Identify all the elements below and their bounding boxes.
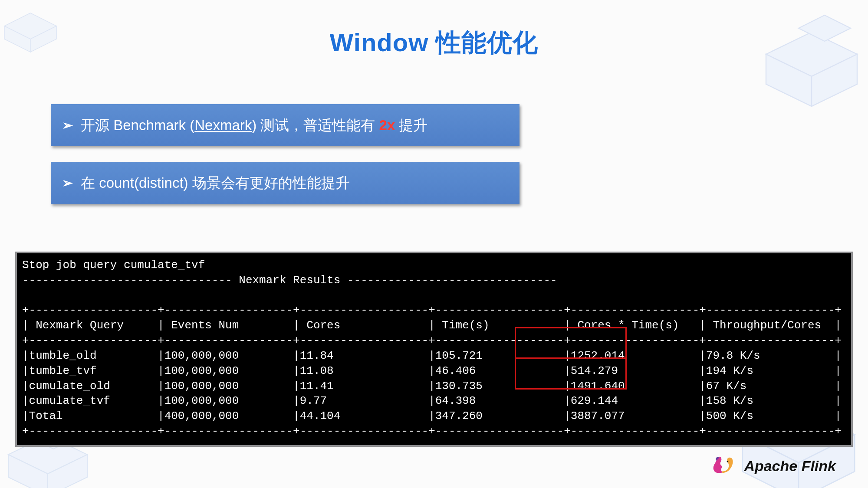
- terminal-line: +-------------------+-------------------…: [22, 334, 842, 347]
- bullet-arrow-icon: ➢: [62, 175, 73, 191]
- bullet-list: ➢ 开源 Benchmark (Nexmark) 测试，普适性能有 2x 提升 …: [51, 104, 519, 220]
- svg-marker-5: [48, 455, 87, 488]
- brand-label: Apache Flink: [744, 458, 836, 475]
- terminal-data-row: |cumulate_tvf |100,000,000 |9.77 |64.398…: [22, 394, 842, 407]
- terminal-line: ------------------------------- Nexmark …: [22, 274, 557, 287]
- bullet-1-highlight-2x: 2x: [379, 117, 395, 133]
- svg-point-15: [727, 461, 729, 462]
- bullet-2: ➢ 在 count(distinct) 场景会有更好的性能提升: [51, 162, 519, 204]
- terminal-header-row: | Nexmark Query | Events Num | Cores | T…: [22, 319, 842, 332]
- slide-title: Window 性能优化: [0, 26, 868, 60]
- bullet-arrow-icon: ➢: [62, 117, 73, 134]
- brand-footer: Apache Flink: [711, 455, 836, 477]
- bullet-1-text-post: 提升: [395, 117, 427, 133]
- terminal-data-row: |tumble_old |100,000,000 |11.84 |105.721…: [22, 349, 842, 362]
- svg-marker-9: [812, 54, 857, 106]
- bullet-2-text: 在 count(distinct) 场景会有更好的性能提升: [81, 174, 350, 192]
- bullet-1-text-pre: 开源 Benchmark (: [81, 117, 194, 133]
- terminal-line: +-------------------+-------------------…: [22, 425, 842, 438]
- terminal-data-row: |Total |400,000,000 |44.104 |347.260 |38…: [22, 409, 842, 422]
- flink-squirrel-icon: [711, 455, 737, 477]
- terminal-line: Stop job query cumulate_tvf: [22, 259, 205, 272]
- bullet-1-link-nexmark[interactable]: Nexmark: [194, 117, 252, 133]
- terminal-data-row: |tumble_tvf |100,000,000 |11.08 |46.406 …: [22, 364, 842, 377]
- terminal-data-row: |cumulate_old |100,000,000 |11.41 |130.7…: [22, 380, 842, 393]
- bullet-1-text-mid: ) 测试，普适性能有: [252, 117, 379, 133]
- svg-marker-8: [766, 54, 812, 106]
- terminal-line: +-------------------+-------------------…: [22, 304, 842, 317]
- bullet-1: ➢ 开源 Benchmark (Nexmark) 测试，普适性能有 2x 提升: [51, 104, 519, 146]
- svg-marker-4: [8, 455, 48, 488]
- terminal-output: Stop job query cumulate_tvf ------------…: [15, 252, 853, 447]
